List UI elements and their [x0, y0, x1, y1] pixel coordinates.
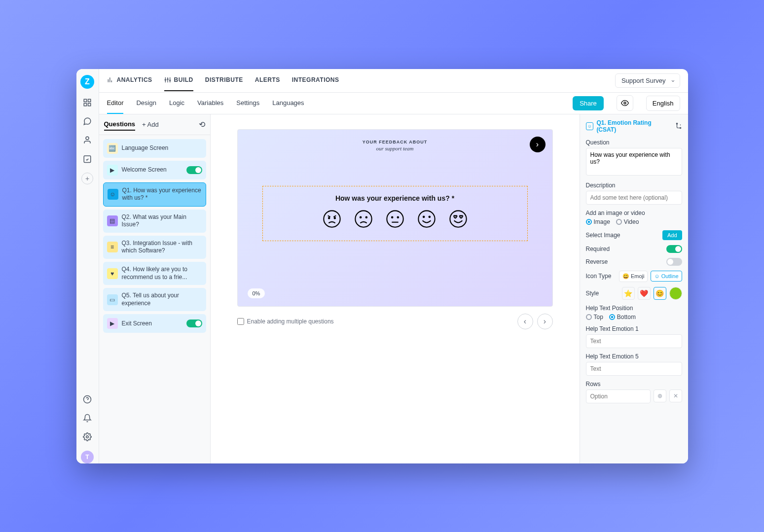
- questions-tab[interactable]: Questions: [104, 118, 136, 131]
- language-button[interactable]: English: [646, 96, 680, 111]
- help1-input[interactable]: [586, 334, 682, 348]
- question-item-6[interactable]: ▭Q5. Tell us about your experience: [103, 288, 206, 311]
- question-type-icon: ☺: [108, 189, 118, 200]
- subnav-editor[interactable]: Editor: [107, 93, 124, 114]
- question-item-label: Q4. How likely are you to recommend us t…: [122, 266, 202, 281]
- dashboard-icon[interactable]: [82, 98, 92, 107]
- share-button[interactable]: Share: [573, 96, 604, 110]
- question-item-3[interactable]: ▤Q2. What was your Main Issue?: [103, 210, 206, 233]
- add-question-tab[interactable]: + Add: [142, 121, 159, 128]
- help-icon[interactable]: [82, 394, 92, 404]
- style-star[interactable]: ⭐: [622, 287, 635, 300]
- svg-point-34: [418, 211, 435, 227]
- screen-toggle[interactable]: [186, 319, 202, 327]
- svg-rect-5: [84, 156, 91, 163]
- next-arrow-icon[interactable]: ›: [530, 137, 546, 152]
- help5-input[interactable]: [586, 362, 682, 376]
- prev-button[interactable]: ‹: [517, 314, 533, 329]
- drag-handle-icon[interactable]: ⊕: [654, 390, 666, 402]
- delete-row-icon[interactable]: ✕: [669, 390, 682, 402]
- question-type-icon: 🔤: [107, 143, 118, 154]
- style-circle[interactable]: [669, 287, 682, 300]
- style-smile[interactable]: 😊: [654, 287, 666, 300]
- reverse-toggle[interactable]: [666, 258, 682, 266]
- multi-question-checkbox[interactable]: Enable adding multiple questions: [237, 318, 334, 325]
- rail-sidebar: Z + T: [76, 69, 99, 463]
- preview-header: YOUR FEEDBACK ABOUT: [248, 140, 543, 144]
- svg-point-19: [167, 79, 168, 80]
- outline-type-button[interactable]: ☺ Outline: [651, 271, 682, 282]
- style-heart[interactable]: ❤️: [638, 287, 651, 300]
- add-button[interactable]: +: [81, 173, 93, 184]
- add-image-button[interactable]: Add: [662, 230, 682, 240]
- svg-point-22: [324, 211, 340, 227]
- svg-point-37: [450, 211, 466, 227]
- history-icon[interactable]: ⟲: [199, 120, 205, 129]
- face-neutral-icon[interactable]: [385, 209, 405, 229]
- svg-point-30: [387, 211, 403, 227]
- face-sad-icon[interactable]: [354, 209, 373, 229]
- face-love-icon[interactable]: [448, 209, 468, 229]
- question-label: Question: [586, 139, 682, 146]
- screen-toggle[interactable]: [186, 166, 202, 174]
- nav-distribute[interactable]: DISTRIBUTE: [205, 70, 243, 91]
- props-title: ☺ Q1. Emotion Rating (CSAT): [586, 119, 682, 133]
- image-radio[interactable]: Image: [586, 218, 610, 225]
- sidebar-tabs: Questions + Add ⟲: [99, 114, 210, 135]
- logic-icon[interactable]: [675, 123, 682, 130]
- subnav-logic[interactable]: Logic: [169, 93, 184, 114]
- canvas: YOUR FEEDBACK ABOUT our support team › H…: [211, 114, 580, 463]
- subnav-variables[interactable]: Variables: [197, 93, 223, 114]
- question-item-label: Welcome Screen: [122, 166, 182, 174]
- question-item-5[interactable]: ♥Q4. How likely are you to recommend us …: [103, 262, 206, 285]
- question-input[interactable]: [586, 148, 682, 176]
- svg-point-32: [397, 216, 399, 218]
- next-button[interactable]: ›: [537, 314, 553, 329]
- svg-point-29: [365, 216, 367, 218]
- user-icon[interactable]: [82, 135, 92, 145]
- survey-selector[interactable]: Support Survey: [615, 73, 680, 88]
- row-option-input[interactable]: [586, 390, 651, 403]
- emoji-type-button[interactable]: 😀 Emoji: [619, 271, 648, 282]
- question-list: 🔤Language Screen▶Welcome Screen☺Q1. How …: [99, 135, 210, 337]
- question-item-2[interactable]: ☺Q1. How was your experience with us? *: [103, 182, 206, 207]
- question-item-4[interactable]: ≡Q3. Integration Issue - with which Soft…: [103, 236, 206, 259]
- description-input[interactable]: [586, 191, 682, 205]
- canvas-footer: Enable adding multiple questions ‹ ›: [237, 314, 553, 329]
- nav-build[interactable]: BUILD: [164, 70, 193, 91]
- question-item-7[interactable]: ▶Exit Screen: [103, 314, 206, 333]
- logo[interactable]: Z: [80, 75, 94, 89]
- bottom-radio[interactable]: Bottom: [609, 314, 636, 320]
- sub-nav: Editor Design Logic Variables Settings L…: [99, 93, 688, 114]
- svg-point-27: [355, 211, 371, 227]
- subnav-settings[interactable]: Settings: [236, 93, 259, 114]
- settings-icon[interactable]: [82, 432, 92, 442]
- svg-point-8: [86, 435, 89, 438]
- subnav-design[interactable]: Design: [136, 93, 156, 114]
- svg-point-35: [423, 216, 424, 217]
- question-item-label: Language Screen: [122, 144, 202, 152]
- face-happy-icon[interactable]: [417, 209, 437, 229]
- required-toggle[interactable]: [666, 245, 682, 253]
- nav-alerts[interactable]: ALERTS: [255, 70, 280, 91]
- question-item-1[interactable]: ▶Welcome Screen: [103, 161, 206, 179]
- style-label: Style: [586, 290, 599, 297]
- svg-point-4: [86, 137, 89, 140]
- subnav-languages[interactable]: Languages: [272, 93, 304, 114]
- question-item-label: Q1. How was your experience with us? *: [122, 187, 202, 202]
- top-radio[interactable]: Top: [586, 314, 603, 320]
- video-radio[interactable]: Video: [616, 218, 639, 225]
- preview-icon[interactable]: [617, 95, 633, 111]
- nav-integrations[interactable]: INTEGRATIONS: [292, 70, 339, 91]
- question-text: How was your experience with us? *: [275, 194, 515, 202]
- bell-icon[interactable]: [82, 413, 92, 423]
- nav-analytics[interactable]: ANALYTICS: [107, 70, 152, 91]
- question-box[interactable]: How was your experience with us? *: [262, 186, 528, 241]
- calendar-icon[interactable]: [82, 154, 92, 164]
- questions-sidebar: Questions + Add ⟲ 🔤Language Screen▶Welco…: [99, 114, 211, 463]
- face-angry-icon[interactable]: [322, 209, 342, 229]
- question-type-icon: ▤: [107, 215, 118, 226]
- chat-icon[interactable]: [82, 116, 92, 126]
- question-item-0[interactable]: 🔤Language Screen: [103, 139, 206, 158]
- avatar[interactable]: T: [81, 451, 94, 463]
